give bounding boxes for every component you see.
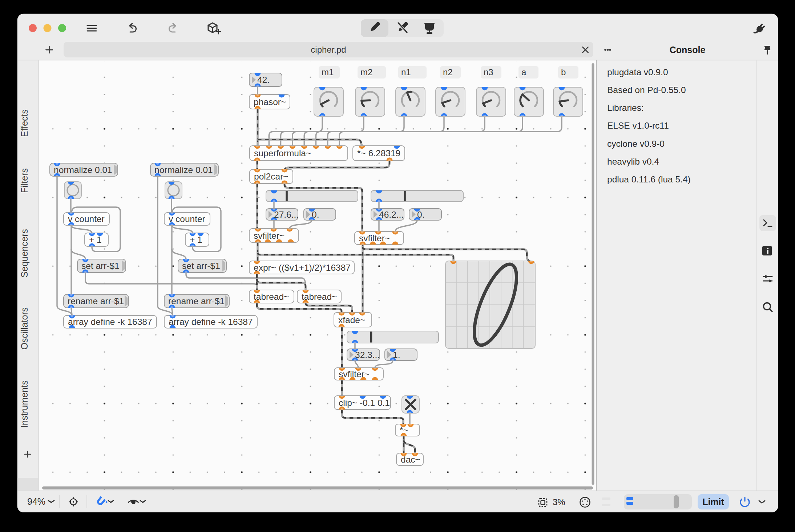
svg-text:array define -k 16387: array define -k 16387	[169, 317, 253, 327]
svg-text:tabread~: tabread~	[254, 292, 289, 302]
svg-text:n2: n2	[443, 67, 453, 77]
svg-text:heavylib v0.4: heavylib v0.4	[607, 157, 659, 166]
svg-text:27.6...: 27.6...	[274, 210, 299, 219]
svg-text:rename arr-$1: rename arr-$1	[168, 296, 225, 306]
svg-text:expr~ (($v1+1)/2)*16387: expr~ (($v1+1)/2)*16387	[254, 263, 351, 273]
svg-text:plugdata v0.9.0: plugdata v0.9.0	[607, 67, 668, 77]
svg-text:v counter: v counter	[68, 214, 105, 224]
svg-text:Filters: Filters	[19, 168, 29, 193]
svg-text:n1: n1	[401, 67, 411, 77]
svg-text:Effects: Effects	[19, 109, 29, 137]
svg-text:v counter: v counter	[169, 214, 205, 224]
svg-text:array define -k 16387: array define -k 16387	[68, 317, 152, 327]
svg-text:94%: 94%	[27, 496, 45, 507]
svg-text:a: a	[521, 67, 526, 77]
svg-text:phasor~: phasor~	[254, 97, 286, 107]
svg-text:+ 1: + 1	[89, 235, 102, 245]
svg-text:3%: 3%	[553, 497, 565, 507]
svg-text:+ 1: + 1	[190, 235, 202, 245]
svg-text:xfade~: xfade~	[338, 315, 365, 325]
svg-text:46.2...: 46.2...	[379, 210, 404, 219]
svg-text:*~ 6.28319: *~ 6.28319	[357, 148, 400, 158]
svg-text:set arr-$1: set arr-$1	[182, 261, 220, 271]
svg-text:pdlua 0.11.6 (lua 5.4): pdlua 0.11.6 (lua 5.4)	[607, 174, 691, 184]
svg-text:Console: Console	[670, 45, 706, 55]
svg-text:0.: 0.	[312, 210, 319, 219]
svg-text:Libraries:: Libraries:	[607, 103, 644, 113]
svg-text:m1: m1	[322, 67, 334, 77]
svg-text:b: b	[561, 67, 566, 77]
svg-text:pol2car~: pol2car~	[254, 172, 288, 181]
svg-text:dac~: dac~	[401, 455, 420, 464]
svg-text:rename arr-$1: rename arr-$1	[68, 296, 124, 306]
svg-text:svfilter~: svfilter~	[254, 231, 284, 241]
svg-text:1.: 1.	[393, 350, 400, 360]
svg-text:svfilter~: svfilter~	[339, 369, 370, 379]
svg-text:Based on Pd-0.55.0: Based on Pd-0.55.0	[607, 85, 686, 95]
svg-text:*~: *~	[400, 425, 408, 435]
svg-text:superformula~: superformula~	[254, 148, 311, 158]
svg-text:clip~ -0.1 0.1: clip~ -0.1 0.1	[339, 398, 390, 408]
svg-text:ELSE v1.0-rc11: ELSE v1.0-rc11	[607, 121, 669, 130]
svg-text:Oscillators: Oscillators	[19, 307, 29, 350]
svg-text:cipher.pd: cipher.pd	[311, 45, 346, 55]
svg-text:Sequencers: Sequencers	[19, 229, 29, 277]
svg-text:svfilter~: svfilter~	[359, 233, 390, 243]
svg-text:0.: 0.	[417, 210, 424, 219]
svg-text:n3: n3	[484, 67, 493, 77]
svg-text:42.: 42.	[257, 75, 270, 85]
svg-text:Instruments: Instruments	[19, 380, 29, 428]
svg-text:32.3...: 32.3...	[355, 350, 380, 360]
svg-text:normalize 0.01: normalize 0.01	[154, 165, 213, 175]
svg-text:Limit: Limit	[702, 497, 724, 507]
svg-text:set arr-$1: set arr-$1	[81, 261, 120, 271]
svg-text:cyclone v0.9-0: cyclone v0.9-0	[607, 139, 665, 149]
svg-text:normalize 0.01: normalize 0.01	[54, 165, 112, 175]
svg-text:tabread~: tabread~	[302, 292, 337, 302]
svg-text:m2: m2	[360, 67, 372, 77]
